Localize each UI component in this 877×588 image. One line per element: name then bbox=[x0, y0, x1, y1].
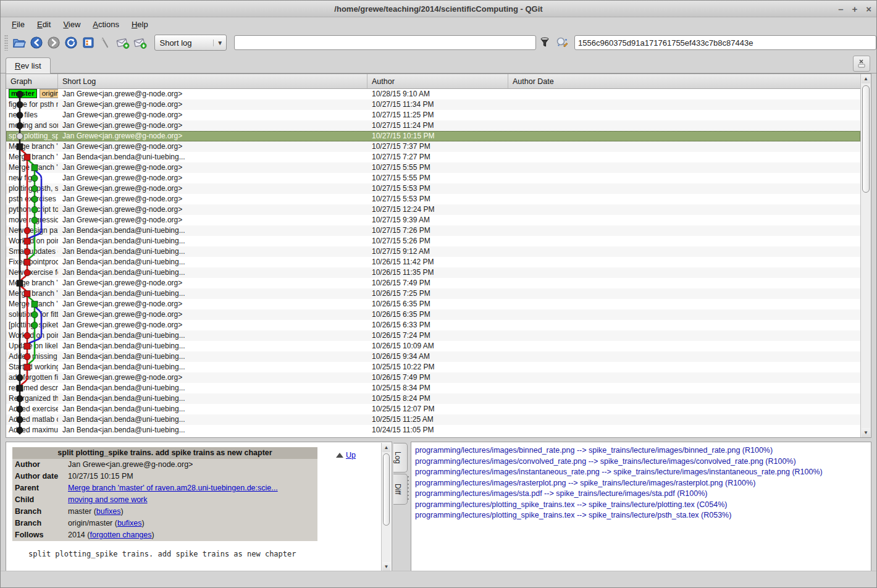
vertical-splitter-handle[interactable] bbox=[407, 475, 409, 502]
file-list: programming/lectures/images/binned_rate.… bbox=[415, 445, 871, 521]
scroll-thumb[interactable] bbox=[862, 85, 870, 193]
detail-field-label: Branch bbox=[12, 506, 68, 518]
commit-subject: Update on likelihood exercises bbox=[9, 342, 58, 350]
commit-subject: renamed descriptive-statistics bbox=[9, 384, 58, 392]
table-row[interactable]: masterorigin/masterbufixesJan Grewe<jan.… bbox=[6, 89, 860, 99]
table-row[interactable]: Reorganized the folders and started a co… bbox=[6, 393, 860, 404]
log-view-select[interactable]: Short log ▼ bbox=[154, 35, 227, 51]
table-row[interactable]: psth exercisesJan Grewe<jan.grewe@g-node… bbox=[6, 194, 860, 204]
detail-field-link[interactable]: Merge branch 'master' of raven.am28.uni-… bbox=[68, 484, 278, 492]
file-rename-entry[interactable]: programming/lectures/images/sta.pdf --> … bbox=[415, 489, 871, 500]
detail-field-link[interactable]: forgotten changes bbox=[90, 531, 151, 539]
table-row[interactable]: python script to create firing rates in … bbox=[6, 204, 860, 215]
table-row[interactable]: Update on likelihood exercisesJan Benda<… bbox=[6, 341, 860, 351]
detail-field-link[interactable]: moving and some work bbox=[68, 495, 148, 504]
header-author-date[interactable]: Author Date bbox=[508, 74, 871, 88]
detail-scroll-thumb[interactable] bbox=[383, 453, 390, 526]
table-row[interactable]: plotting, psth, sta lectureJan Grewe<jan… bbox=[6, 183, 860, 194]
table-row[interactable]: Worked on pointprocess exercisesJan Bend… bbox=[6, 236, 860, 246]
file-rename-entry[interactable]: programming/lectures/images/rasterplot.p… bbox=[415, 478, 871, 489]
menu-help[interactable]: Help bbox=[125, 18, 154, 31]
table-row[interactable]: Merge branch 'master' of raven.am28.uni-… bbox=[6, 162, 860, 173]
table-row[interactable]: figure for psth method comparsion, some … bbox=[6, 99, 860, 110]
file-rename-entry[interactable]: programming/lectures/images/binned_rate.… bbox=[415, 445, 871, 456]
file-rename-entry[interactable]: programming/lectures/images/instantaneou… bbox=[415, 467, 871, 478]
table-row[interactable]: Merge branch 'master' of raven.am28.uni-… bbox=[6, 141, 860, 152]
up-button[interactable]: Up bbox=[336, 451, 356, 460]
commit-log-cell: Added missing files. bbox=[6, 351, 58, 362]
highlight-search-button[interactable] bbox=[553, 34, 571, 51]
detail-field-link[interactable]: bufixes bbox=[117, 519, 142, 527]
sha-input[interactable] bbox=[574, 35, 876, 50]
toolbar-drag-handle[interactable] bbox=[4, 35, 8, 51]
detail-scroll-up[interactable]: ▲ bbox=[382, 443, 390, 452]
file-rename-entry[interactable]: programming/lectures/plotting_spike_trai… bbox=[415, 510, 871, 521]
maximize-button[interactable]: + bbox=[852, 4, 857, 14]
scroll-up-button[interactable]: ▲ bbox=[862, 74, 870, 83]
header-graph[interactable]: Graph bbox=[6, 74, 58, 88]
detail-field-link[interactable]: bufixes bbox=[96, 507, 121, 516]
detail-scroll-down[interactable]: ▼ bbox=[382, 562, 390, 571]
table-row[interactable]: New design pattern chapter. Next exercis… bbox=[6, 225, 860, 236]
tab-rev-list[interactable]: Rev list bbox=[6, 57, 51, 74]
table-row[interactable]: add forgotten figureJan Grewe<jan.grewe@… bbox=[6, 372, 860, 383]
table-row[interactable]: renamed descriptive-statisticsJan Benda<… bbox=[6, 383, 860, 393]
save-patch-button[interactable] bbox=[114, 34, 132, 51]
file-rename-entry[interactable]: programming/lectures/images/convolved_ra… bbox=[415, 456, 871, 468]
minimize-button[interactable]: – bbox=[838, 4, 843, 14]
table-row[interactable]: Worked on point process scriptJan Benda<… bbox=[6, 330, 860, 341]
table-row[interactable]: Merge branch 'master' of raven:scientifi… bbox=[6, 288, 860, 299]
refresh-button[interactable] bbox=[62, 34, 80, 51]
table-row[interactable]: new filesJan Grewe<jan.grewe@g-node.org>… bbox=[6, 110, 860, 120]
table-row[interactable]: split plotting_spike trains. add spike t… bbox=[6, 131, 860, 141]
table-row[interactable]: Added exercises for mleJan Benda<jan.ben… bbox=[6, 404, 860, 414]
menu-view[interactable]: View bbox=[57, 18, 86, 31]
table-row[interactable]: Added maximum likelihood chapterJan Bend… bbox=[6, 425, 860, 435]
table-row[interactable]: Small updates on pointprocessesJan Benda… bbox=[6, 246, 860, 257]
commit-subject: Small updates on pointprocesses bbox=[9, 247, 58, 256]
menu-file[interactable]: File bbox=[6, 18, 31, 31]
open-repo-button[interactable] bbox=[10, 34, 28, 51]
close-button[interactable]: × bbox=[866, 4, 871, 14]
table-row[interactable]: new figsJan Grewe<jan.grewe@g-node.org>1… bbox=[6, 173, 860, 183]
tab-log[interactable]: Log bbox=[393, 443, 408, 472]
wand-button[interactable] bbox=[97, 34, 114, 51]
table-row[interactable]: New exercise for point processesJan Bend… bbox=[6, 267, 860, 278]
table-row[interactable]: Merge branch 'master' of raven.am28.uni-… bbox=[6, 278, 860, 288]
header-author[interactable]: Author bbox=[367, 74, 508, 88]
table-row[interactable]: Added matlab code to mle chapterJan Bend… bbox=[6, 414, 860, 425]
view-mode-button[interactable] bbox=[80, 34, 97, 51]
detail-scrollbar[interactable]: ▲ ▼ bbox=[381, 443, 391, 571]
filter-button[interactable] bbox=[536, 34, 553, 51]
revlist-scrollbar[interactable]: ▲ ▼ bbox=[860, 74, 871, 437]
scroll-down-button[interactable]: ▼ bbox=[862, 428, 870, 437]
apply-patch-button[interactable] bbox=[132, 34, 149, 51]
table-row[interactable]: Merge branch 'master' of raven:scientifi… bbox=[6, 152, 860, 162]
bottom-panels: split plotting_spike trains. add spike t… bbox=[6, 442, 871, 573]
search-input[interactable] bbox=[234, 35, 536, 50]
table-row[interactable]: [plotting, spiketrains] extended plottin… bbox=[6, 320, 860, 330]
commit-log-cell: Fixed pointprocess script bbox=[6, 257, 58, 267]
table-row[interactable]: Added missing files.Jan Benda<jan.benda@… bbox=[6, 351, 860, 362]
commit-date: 10/27/15 7:37 PM bbox=[367, 141, 508, 152]
menu-actions[interactable]: Actions bbox=[86, 18, 125, 31]
file-rename-entry[interactable]: programming/lectures/plotting_spike_trai… bbox=[415, 500, 871, 511]
title-bar[interactable]: /home/grewe/teaching/2014/scientificComp… bbox=[1, 1, 876, 17]
commit-subject: moving and some work bbox=[9, 121, 58, 130]
menu-edit[interactable]: Edit bbox=[31, 18, 57, 31]
back-button[interactable] bbox=[28, 34, 45, 51]
table-row[interactable]: Fixed pointprocess scriptJan Benda<jan.b… bbox=[6, 257, 860, 267]
commit-date: 10/28/15 9:10 AM bbox=[367, 89, 508, 99]
table-row[interactable]: solutions for fitting exercisesJan Grewe… bbox=[6, 309, 860, 320]
table-row[interactable]: moving and some workJan Grewe<jan.grewe@… bbox=[6, 120, 860, 131]
header-short-log[interactable]: Short Log bbox=[58, 74, 367, 88]
table-row[interactable]: Started working on pointprocessesJan Ben… bbox=[6, 362, 860, 372]
close-tab-button[interactable] bbox=[853, 56, 870, 72]
detail-field-row: AuthorJan Grewe<jan.grewe@g-node.org> bbox=[12, 459, 317, 471]
tab-diff[interactable]: Diff bbox=[393, 474, 408, 505]
table-row[interactable]: Merge branch 'master' of raven.am28.uni-… bbox=[6, 299, 860, 309]
forward-button[interactable] bbox=[45, 34, 62, 51]
commit-subject: Merge branch 'master' of raven.am28.uni-… bbox=[9, 142, 58, 151]
up-link[interactable]: Up bbox=[346, 451, 356, 460]
table-row[interactable]: move regression code from statistics to … bbox=[6, 215, 860, 225]
